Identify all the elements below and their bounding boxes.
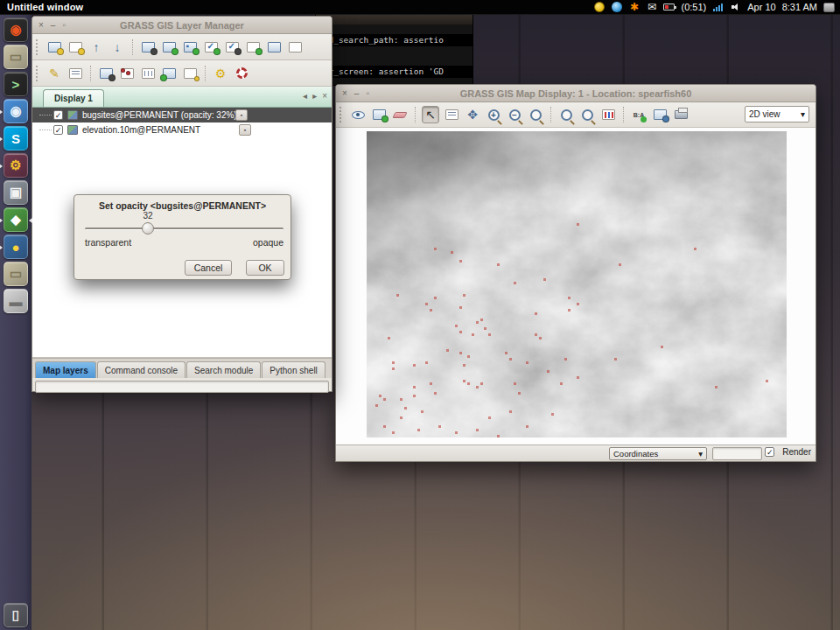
tab-prev-icon[interactable]: ◂ bbox=[303, 91, 307, 101]
add-vector-misc-button[interactable]: ✓ bbox=[223, 38, 241, 56]
attribute-table-button[interactable] bbox=[66, 65, 84, 82]
app-indicator-blue-icon[interactable] bbox=[611, 2, 622, 13]
toolbar-grip[interactable] bbox=[36, 66, 40, 81]
indicator-tray: ✱ ✉ (0:51) Apr 10 8:31 AM bbox=[593, 2, 840, 13]
add-overlay-layer-button[interactable] bbox=[286, 38, 304, 56]
launcher-item-files[interactable]: ▭ bbox=[4, 45, 28, 69]
launcher-item-removable-drive[interactable]: ▬ bbox=[4, 289, 28, 313]
zoom-back-button[interactable] bbox=[557, 106, 575, 123]
map-display-titlebar[interactable]: × ‒ ▫ GRASS GIS Map Display: 1 - Locatio… bbox=[336, 85, 816, 102]
view-mode-select[interactable]: 2D view ▾ bbox=[745, 106, 809, 122]
analyze-map-button[interactable] bbox=[599, 106, 617, 123]
launcher-item-trash[interactable]: ▯ bbox=[4, 603, 28, 627]
bugsite-point bbox=[413, 386, 416, 388]
session-menu-icon[interactable] bbox=[823, 2, 835, 13]
launcher-item-screenshot-tool[interactable]: ▣ bbox=[4, 180, 28, 205]
map-calculator-button[interactable] bbox=[118, 65, 136, 82]
launcher-item-python[interactable]: ● bbox=[4, 234, 28, 259]
zoom-out-button[interactable]: − bbox=[506, 106, 523, 123]
run-script-button[interactable] bbox=[181, 65, 199, 82]
workspace-toolbar: ↑ ↓ ▪ ✓ ✓ bbox=[32, 34, 332, 60]
launcher-item-grass-gis[interactable]: ◆ bbox=[4, 207, 28, 232]
layer-options-button[interactable]: ▪ bbox=[235, 109, 248, 121]
add-multiple-layers-button[interactable] bbox=[139, 38, 157, 56]
tab-python-shell[interactable]: Python shell bbox=[262, 361, 325, 378]
desktop: Untitled window ✱ ✉ (0:51) Apr 10 8:31 A… bbox=[0, 0, 840, 630]
bugsite-point bbox=[463, 380, 466, 382]
save-display-button[interactable] bbox=[651, 106, 668, 123]
time-label[interactable]: 8:31 AM bbox=[782, 2, 817, 12]
query-icon bbox=[445, 109, 458, 120]
tab-display-1[interactable]: Display 1 bbox=[43, 89, 104, 107]
statusbar-mode-select[interactable]: Coordinates ▾ bbox=[609, 447, 707, 460]
new-workspace-button[interactable] bbox=[66, 38, 84, 56]
tab-map-layers[interactable]: Map layers bbox=[35, 361, 96, 378]
pan-button[interactable]: ✥ bbox=[464, 106, 481, 123]
bugsite-point bbox=[404, 407, 407, 410]
opacity-slider-thumb[interactable] bbox=[142, 222, 154, 234]
layer-checkbox[interactable]: ✓ bbox=[53, 125, 63, 135]
volume-icon[interactable] bbox=[730, 2, 741, 13]
add-overlay-button[interactable]: B:A bbox=[630, 106, 648, 123]
bugsite-point bbox=[392, 431, 395, 434]
print-display-button[interactable] bbox=[672, 106, 690, 123]
zoom-extent-button[interactable] bbox=[527, 106, 544, 123]
battery-icon[interactable] bbox=[663, 2, 675, 13]
zoom-in-icon: + bbox=[488, 109, 500, 121]
bugsite-point bbox=[497, 263, 500, 266]
erase-display-button[interactable] bbox=[391, 106, 409, 123]
add-command-layer-button[interactable] bbox=[244, 38, 262, 56]
launcher-item-skype[interactable]: S bbox=[4, 126, 28, 150]
zoom-in-button[interactable]: + bbox=[485, 106, 502, 123]
render-display-button[interactable] bbox=[370, 106, 388, 123]
add-group-button[interactable] bbox=[265, 38, 283, 56]
app-indicator-star-icon[interactable]: ✱ bbox=[628, 2, 640, 13]
opacity-slider-track[interactable] bbox=[85, 228, 284, 230]
settings-button[interactable]: ⚙ bbox=[212, 65, 229, 82]
new-display-button[interactable] bbox=[46, 38, 63, 56]
tab-search-module[interactable]: Search module bbox=[186, 361, 261, 378]
pointer-button[interactable]: ↖ bbox=[422, 106, 439, 123]
battery-time[interactable]: (0:51) bbox=[681, 2, 706, 12]
layer-checkbox[interactable]: ✓ bbox=[53, 110, 63, 120]
tab-command-console[interactable]: Command console bbox=[97, 361, 186, 378]
date-label[interactable]: Apr 10 bbox=[747, 2, 775, 12]
add-vector-button[interactable]: ✓ bbox=[202, 38, 220, 56]
ok-button[interactable]: OK bbox=[246, 260, 284, 276]
launcher-item-system-tool[interactable]: ⚙ bbox=[4, 153, 28, 178]
save-workspace-button[interactable]: ↓ bbox=[108, 38, 126, 56]
overlay-layer-icon bbox=[289, 42, 302, 52]
tab-close-icon[interactable]: × bbox=[322, 91, 327, 101]
help-button[interactable] bbox=[233, 65, 250, 82]
bugsite-point bbox=[509, 410, 512, 413]
launcher-item-terminal[interactable]: > bbox=[4, 72, 28, 96]
layer-row-elevation[interactable]: ✓ elevation.10m@PERMANENT ▪ bbox=[32, 122, 332, 137]
layer-row-bugsites[interactable]: ✓ bugsites@PERMANENT (opacity: 32%) ▪ bbox=[32, 108, 332, 122]
zoom-to-map-button[interactable] bbox=[578, 106, 596, 123]
add-raster-misc-button[interactable]: ▪ bbox=[181, 38, 199, 56]
messaging-menu-icon[interactable]: ✉ bbox=[646, 2, 657, 13]
edit-vector-button[interactable]: ✎ bbox=[46, 65, 63, 82]
keyboard-indicator-icon[interactable] bbox=[593, 2, 605, 13]
georectify-button[interactable] bbox=[139, 65, 157, 82]
network-signal-icon[interactable] bbox=[712, 2, 724, 13]
cancel-button[interactable]: Cancel bbox=[185, 260, 232, 276]
layer-options-button[interactable]: ▪ bbox=[239, 124, 251, 136]
launcher-item-chromium-browser[interactable]: ◉ bbox=[4, 99, 28, 123]
tab-next-icon[interactable]: ▸ bbox=[312, 91, 317, 101]
open-workspace-button[interactable]: ↑ bbox=[88, 38, 105, 56]
modeler-button[interactable] bbox=[160, 65, 178, 82]
launcher-item-dash-home[interactable]: ◉ bbox=[4, 18, 28, 42]
render-checkbox[interactable]: ✓ bbox=[765, 447, 774, 457]
add-raster-button[interactable] bbox=[160, 38, 178, 56]
import-raster-button[interactable] bbox=[97, 65, 115, 82]
toolbar-grip[interactable] bbox=[36, 39, 40, 55]
query-button[interactable] bbox=[443, 106, 460, 123]
toolbar-grip[interactable] bbox=[340, 107, 344, 122]
show-display-button[interactable] bbox=[349, 106, 367, 123]
launcher-item-folder[interactable]: ▭ bbox=[4, 262, 28, 286]
map-canvas[interactable] bbox=[336, 128, 816, 445]
layer-manager-titlebar[interactable]: × ‒ ▫ GRASS GIS Layer Manager bbox=[32, 17, 332, 34]
terminal-window[interactable]: end_search_path: assertio for_screen: as… bbox=[315, 12, 473, 86]
bugsite-point bbox=[434, 297, 437, 299]
